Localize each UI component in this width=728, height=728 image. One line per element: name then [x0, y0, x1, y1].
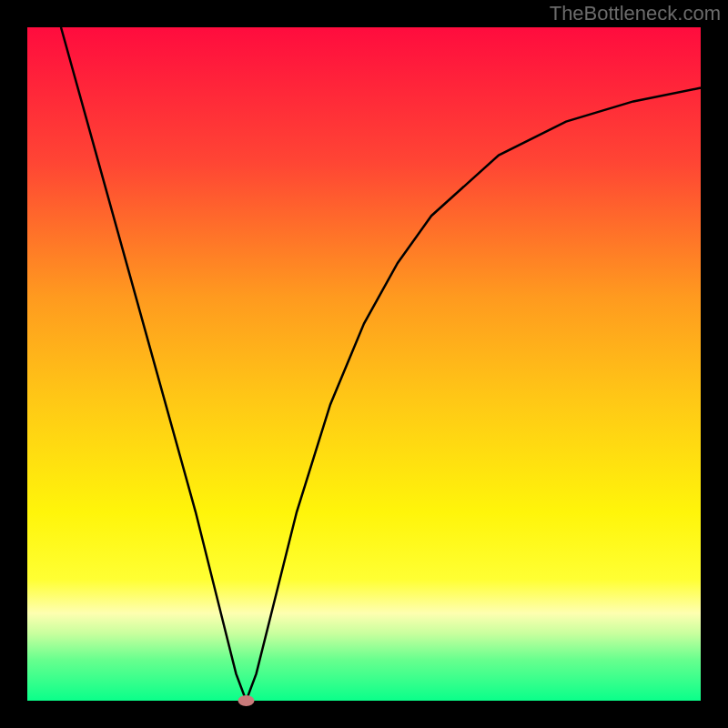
minimum-marker: [238, 695, 255, 706]
watermark-text: TheBottleneck.com: [550, 2, 721, 25]
bottleneck-chart: [0, 0, 728, 728]
plot-background: [27, 27, 701, 701]
chart-container: { "watermark": "TheBottleneck.com", "cha…: [0, 0, 728, 728]
